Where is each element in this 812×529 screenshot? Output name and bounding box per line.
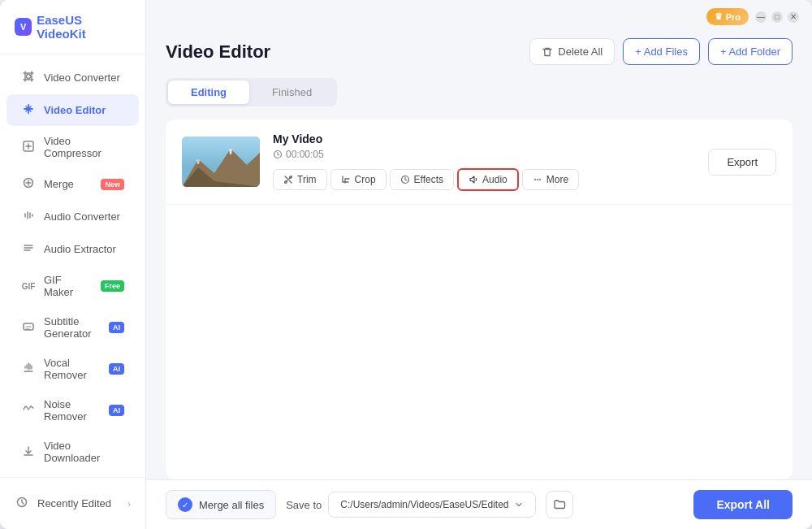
page-title: Video Editor: [166, 41, 270, 63]
sidebar-item-video-downloader[interactable]: Video Downloader: [6, 431, 139, 472]
gif-maker-icon: GIF: [21, 282, 36, 291]
pro-badge: ♛ Pro: [706, 8, 749, 25]
recently-edited-item[interactable]: Recently Edited ›: [6, 488, 139, 519]
save-path-value: C:/Users/admin/Videos/EaseUS/Edited: [340, 499, 508, 510]
video-info: My Video 00:00:05 Trim: [273, 132, 695, 191]
merge-all-files-control[interactable]: ✓ Merge all files: [166, 490, 276, 519]
video-item: My Video 00:00:05 Trim: [166, 119, 793, 205]
content-area: Video Editor Delete All + Add Files + Ad…: [146, 25, 812, 479]
trim-button[interactable]: Trim: [273, 169, 327, 190]
add-folder-label: + Add Folder: [720, 46, 780, 58]
sidebar-label-audio-extractor: Audio Extractor: [44, 243, 116, 255]
effects-label: Effects: [414, 174, 443, 185]
sidebar-item-audio-extractor[interactable]: Audio Extractor: [6, 233, 139, 265]
tab-editing[interactable]: Editing: [168, 80, 249, 104]
sidebar-label-video-converter: Video Converter: [44, 72, 120, 84]
sidebar-item-audio-converter[interactable]: Audio Converter: [6, 201, 139, 232]
save-to-label: Save to: [286, 499, 322, 511]
noise-badge: AI: [109, 405, 124, 416]
video-thumbnail: [182, 137, 260, 187]
recently-edited-icon: [15, 496, 29, 511]
clock-icon: [273, 150, 283, 159]
vocal-badge: AI: [109, 363, 124, 375]
sidebar-item-merge[interactable]: Merge New: [6, 168, 139, 200]
close-button[interactable]: ✕: [788, 11, 799, 23]
thumbnail-image: [182, 137, 260, 187]
sidebar-label-video-compressor: Video Compressor: [44, 135, 124, 159]
video-editor-icon: [21, 102, 36, 118]
audio-converter-icon: [21, 209, 36, 224]
sidebar-item-video-converter[interactable]: Video Converter: [6, 62, 139, 93]
save-to-section: Save to C:/Users/admin/Videos/EaseUS/Edi…: [286, 492, 535, 518]
sidebar-label-gif-maker: GIF Maker: [44, 274, 93, 298]
recently-edited-label: Recently Edited: [37, 497, 111, 509]
sidebar-label-merge: Merge: [44, 178, 74, 190]
sidebar-label-video-editor: Video Editor: [44, 104, 106, 116]
export-all-button[interactable]: Export All: [693, 490, 793, 519]
sidebar-label-subtitle-generator: Subtitle Generator: [44, 315, 101, 340]
sidebar-label-noise-remover: Noise Remover: [44, 398, 101, 423]
sidebar-nav: Video Converter Video Editor Video Compr…: [0, 54, 145, 477]
effects-icon: [400, 175, 410, 184]
tab-finished[interactable]: Finished: [249, 80, 335, 104]
footer: ✓ Merge all files Save to C:/Users/admin…: [146, 479, 812, 529]
merge-label: Merge all files: [199, 499, 264, 511]
sidebar-item-subtitle-generator[interactable]: Subtitle Generator AI: [6, 307, 139, 348]
merge-badge: New: [101, 179, 124, 190]
sidebar: V EaseUS VideoKit Video Converter Video …: [0, 0, 146, 529]
delete-all-button[interactable]: Delete All: [529, 38, 615, 65]
sidebar-footer: Recently Edited ›: [0, 477, 145, 529]
save-path-selector[interactable]: C:/Users/admin/Videos/EaseUS/Edited: [328, 492, 535, 518]
sidebar-item-vocal-remover[interactable]: Vocal Remover AI: [6, 349, 139, 389]
more-button[interactable]: More: [522, 169, 579, 190]
effects-button[interactable]: Effects: [390, 169, 454, 190]
video-converter-icon: [21, 70, 36, 85]
video-list: My Video 00:00:05 Trim: [166, 119, 793, 479]
audio-button[interactable]: Audio: [457, 168, 519, 191]
sidebar-label-audio-converter: Audio Converter: [44, 210, 120, 223]
crop-label: Crop: [355, 174, 376, 185]
video-name: My Video: [273, 132, 695, 145]
video-duration: 00:00:05: [273, 149, 695, 160]
crown-icon: ♛: [715, 11, 723, 22]
gif-badge: Free: [101, 280, 124, 292]
crop-button[interactable]: Crop: [330, 169, 387, 190]
add-files-button[interactable]: + Add Files: [623, 38, 700, 65]
svg-point-16: [539, 179, 541, 180]
export-button[interactable]: Export: [708, 149, 776, 176]
chevron-right-icon: ›: [127, 499, 131, 509]
video-compressor-icon: [21, 140, 36, 155]
audio-extractor-icon: [21, 241, 36, 257]
trim-icon: [283, 175, 293, 184]
merge-icon: [21, 176, 36, 192]
noise-remover-icon: [21, 403, 36, 418]
maximize-button[interactable]: □: [771, 11, 783, 23]
chevron-down-icon: [514, 500, 524, 509]
svg-point-15: [537, 179, 538, 180]
video-downloader-icon: [21, 444, 36, 460]
delete-all-label: Delete All: [558, 46, 603, 58]
more-label: More: [546, 174, 568, 185]
sidebar-item-video-compressor[interactable]: Video Compressor: [6, 127, 139, 167]
page-header: Video Editor Delete All + Add Files + Ad…: [166, 25, 793, 78]
add-folder-button[interactable]: + Add Folder: [708, 38, 793, 65]
export-all-label: Export All: [716, 498, 770, 511]
app-name: EaseUS VideoKit: [37, 13, 131, 41]
sidebar-label-video-downloader: Video Downloader: [44, 440, 124, 464]
sidebar-item-video-editor[interactable]: Video Editor: [6, 94, 139, 126]
subtitle-badge: AI: [109, 322, 124, 333]
crop-icon: [341, 175, 351, 184]
checkmark-icon: ✓: [178, 497, 192, 512]
sidebar-item-noise-remover[interactable]: Noise Remover AI: [6, 390, 139, 431]
minimize-button[interactable]: —: [755, 11, 767, 23]
add-files-label: + Add Files: [635, 46, 688, 58]
export-label: Export: [727, 156, 758, 168]
tabs: Editing Finished: [166, 78, 337, 106]
logo-icon: V: [15, 18, 32, 36]
subtitle-generator-icon: [21, 320, 36, 336]
header-actions: Delete All + Add Files + Add Folder: [529, 38, 793, 65]
svg-point-0: [27, 75, 31, 79]
browse-folder-button[interactable]: [546, 491, 573, 518]
sidebar-item-gif-maker[interactable]: GIF GIF Maker Free: [6, 266, 139, 306]
pro-label: Pro: [726, 12, 741, 22]
